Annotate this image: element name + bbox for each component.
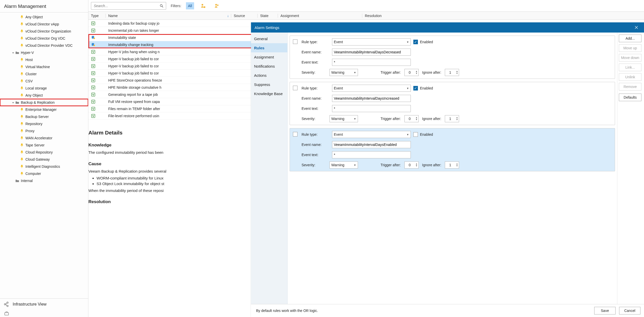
col-resolution[interactable]: Resolution [362, 14, 644, 18]
tree-item[interactable]: Backup Server [0, 113, 88, 120]
bell-icon [19, 79, 24, 83]
ignore-after-spinner[interactable]: 1▲▼ [445, 161, 459, 169]
tree-item[interactable]: Cloud Gateway [0, 156, 88, 163]
defaults-button[interactable]: Defaults [619, 94, 641, 101]
event-name-input[interactable] [332, 95, 411, 102]
rules-list[interactable]: Rule type:Event▼✓EnabledEvent name:Event… [288, 33, 617, 304]
move-up-button[interactable]: Move up [619, 44, 641, 52]
event-text-input[interactable] [332, 151, 411, 158]
enabled-checkbox[interactable]: ✓ [413, 86, 418, 90]
add-button[interactable]: Add... [619, 35, 641, 42]
search-input[interactable] [93, 4, 159, 8]
chevron-icon: ▾ [11, 101, 15, 104]
severity-select[interactable]: Warning▼ [329, 69, 358, 76]
col-source[interactable]: Source [231, 14, 258, 18]
dialog-nav-notifications[interactable]: Notifications [251, 62, 287, 71]
tree-item[interactable]: vCloud Director Provider VDC [0, 42, 88, 49]
tree-item[interactable]: CSV [0, 78, 88, 85]
tree-item[interactable]: WAN Accelerator [0, 134, 88, 142]
tree-item[interactable]: Cluster [0, 70, 88, 78]
tree-item[interactable]: Enterprise Manager [0, 106, 88, 113]
cancel-button[interactable]: Cancel [619, 307, 640, 314]
rule-card[interactable]: Rule type:Event▼✓EnabledEvent name:Event… [290, 82, 615, 125]
tree-item-label: vCloud Director Organization [25, 29, 71, 33]
infrastructure-view-nav[interactable]: Infrastructure View [0, 299, 88, 310]
tree-item-label: Host [25, 58, 33, 62]
svg-point-28 [160, 4, 162, 6]
col-state[interactable]: State [258, 14, 278, 18]
filter-user-icon[interactable] [199, 2, 208, 9]
tree-item[interactable]: vCloud Director Organization [0, 28, 88, 35]
bell-icon [19, 114, 24, 119]
filter-all[interactable]: All [186, 2, 194, 9]
dialog-nav-assignment[interactable]: Assignment [251, 52, 287, 62]
trigger-after-spinner[interactable]: 0▲▼ [404, 161, 419, 169]
dialog-nav-suppress[interactable]: Suppress [251, 80, 287, 89]
tree-item[interactable]: Cloud Repository [0, 149, 88, 156]
event-name-input[interactable] [332, 49, 411, 56]
dialog-nav-actions[interactable]: Actions [251, 71, 287, 80]
sidebar-bottom-more[interactable] [0, 310, 88, 317]
enabled-checkbox[interactable] [413, 132, 418, 137]
link-button[interactable]: Link... [619, 64, 641, 71]
remove-button[interactable]: Remove [619, 83, 641, 90]
enabled-checkbox[interactable]: ✓ [413, 40, 418, 44]
rule-select-checkbox[interactable] [293, 39, 297, 44]
rule-type-select[interactable]: Event▼ [332, 131, 411, 138]
dialog-nav-rules[interactable]: Rules [251, 43, 287, 52]
svg-line-29 [162, 6, 163, 7]
tree-item-label: Tape Server [25, 143, 44, 147]
tree-item[interactable]: vCloud Director vApp [0, 21, 88, 28]
tree-item-label: Proxy [25, 129, 35, 133]
ignore-after-spinner[interactable]: 1▲▼ [445, 69, 459, 76]
col-name[interactable]: Name ↓ [106, 14, 231, 18]
ignore-after-spinner[interactable]: 1▲▼ [445, 115, 459, 122]
enabled-label: Enabled [420, 86, 433, 90]
tree-item[interactable]: Tape Server [0, 142, 88, 149]
trigger-after-spinner[interactable]: 0▲▼ [404, 115, 419, 122]
rule-select-checkbox[interactable] [293, 132, 297, 137]
tree-item[interactable]: vCloud Director Org VDC [0, 35, 88, 42]
event-name-input[interactable] [332, 141, 411, 148]
severity-select[interactable]: Warning▼ [329, 161, 358, 169]
dialog-nav-general[interactable]: General [251, 34, 287, 43]
search-icon[interactable] [159, 4, 164, 8]
svg-point-22 [7, 302, 8, 304]
sort-desc-icon: ↓ [227, 14, 229, 18]
trigger-after-spinner[interactable]: 0▲▼ [404, 69, 419, 76]
tree-folder[interactable]: ▾Hyper-V [0, 49, 88, 56]
col-type[interactable]: Type [88, 14, 106, 18]
rule-type-select[interactable]: Event▼ [332, 38, 411, 46]
tree-folder[interactable]: Internal [0, 177, 88, 184]
save-button[interactable]: Save [594, 307, 616, 314]
tree-item[interactable]: Any Object [0, 92, 88, 99]
event-text-input[interactable] [332, 105, 411, 112]
tree-item[interactable]: Any Object [0, 13, 88, 21]
tree-item[interactable]: Virtual Machine [0, 63, 88, 70]
bell-icon [19, 136, 24, 140]
severity-select[interactable]: Warning▼ [329, 115, 358, 122]
unlink-button[interactable]: Unlink [619, 73, 641, 81]
rule-card[interactable]: Rule type:Event▼EnabledEvent name:Event … [290, 128, 615, 171]
tree-item[interactable]: Intelligent Diagnostics [0, 163, 88, 170]
filter-user-group-icon[interactable] [212, 2, 222, 9]
tree-item[interactable]: Computer [0, 170, 88, 177]
tree-item[interactable]: Repository [0, 120, 88, 127]
svg-line-25 [6, 304, 7, 306]
col-assignment[interactable]: Assignment [278, 14, 362, 18]
rule-select-checkbox[interactable] [293, 86, 297, 90]
tree-item-label: Repository [25, 122, 42, 126]
tree-item[interactable]: Local storage [0, 85, 88, 92]
search-input-wrapper[interactable] [91, 2, 166, 10]
tree-item[interactable]: Host [0, 56, 88, 63]
rule-type-select[interactable]: Event▼ [332, 85, 411, 92]
rule-card[interactable]: Rule type:Event▼✓EnabledEvent name:Event… [290, 36, 615, 79]
event-text-input[interactable] [332, 59, 411, 66]
tree-item[interactable]: Proxy [0, 127, 88, 134]
close-icon[interactable] [632, 23, 640, 32]
dialog-nav-knowledge-base[interactable]: Knowledge Base [251, 89, 287, 98]
sidebar-tree[interactable]: Any ObjectvCloud Director vAppvCloud Dir… [0, 12, 88, 298]
move-down-button[interactable]: Move down [619, 54, 641, 62]
backup-icon [91, 71, 96, 76]
tree-folder[interactable]: ▾Backup & Replication [0, 99, 88, 106]
